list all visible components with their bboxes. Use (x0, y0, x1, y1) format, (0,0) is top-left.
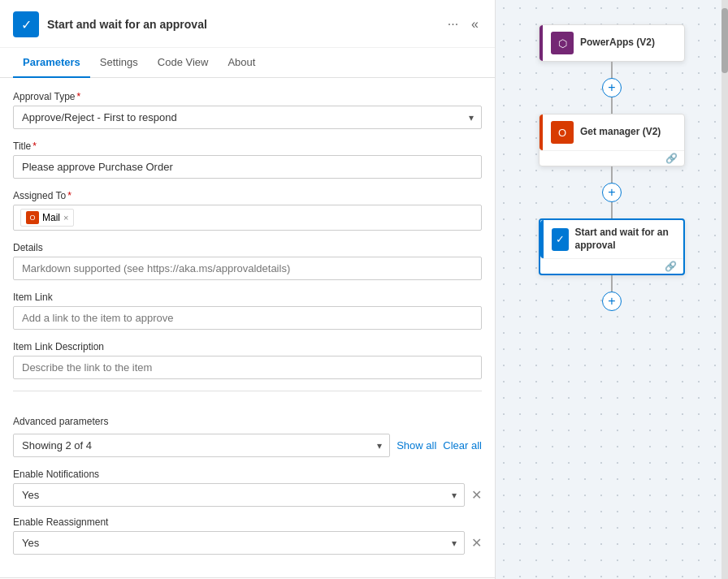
showing-select-wrapper: Showing 2 of 4 ▾ (13, 434, 390, 457)
tab-settings[interactable]: Settings (90, 48, 148, 78)
mail-tag: O Mail × (20, 209, 74, 227)
remove-reassignment-button[interactable]: ✕ (471, 535, 482, 551)
left-panel: ✓ Start and wait for an approval ··· « P… (0, 0, 496, 579)
approval-title: Start and wait for an approval (575, 227, 676, 252)
node-bar (540, 115, 543, 150)
approval-icon: ✓ (552, 228, 569, 251)
add-step-button-1[interactable]: + (602, 78, 622, 97)
item-link-desc-input[interactable] (13, 356, 482, 379)
approval-type-label: Approval Type * (13, 91, 482, 102)
powerapps-title: PowerApps (V2) (580, 37, 655, 50)
enable-reassignment-row: Enable Reassignment Yes No ▾ ✕ (13, 516, 482, 555)
title-group: Title * (13, 140, 482, 179)
advanced-section-label: Advanced parameters (13, 416, 482, 427)
right-panel: ⬡ PowerApps (V2) + O Get manager (V2) (496, 0, 728, 579)
required-marker: * (32, 140, 37, 152)
show-all-button[interactable]: Show all (396, 439, 436, 452)
tabs-bar: Parameters Settings Code View About (0, 48, 495, 78)
close-icon: ✕ (471, 487, 482, 503)
clear-all-button[interactable]: Clear all (443, 439, 482, 452)
header-left: ✓ Start and wait for an approval (13, 11, 207, 37)
panel-icon: ✓ (13, 11, 39, 37)
node-header: ⬡ PowerApps (V2) (540, 25, 684, 61)
required-marker: * (77, 91, 81, 102)
title-label: Title * (13, 140, 482, 152)
showing-select[interactable]: Showing 2 of 4 (13, 434, 390, 457)
required-marker: * (67, 190, 72, 201)
connector-line (611, 275, 613, 292)
details-input[interactable] (13, 257, 482, 280)
assigned-to-tag-input[interactable]: O Mail × (13, 205, 482, 231)
node-header: ✓ Start and wait for an approval (540, 220, 683, 258)
panel-header: ✓ Start and wait for an approval ··· « (0, 0, 495, 48)
enable-notifications-select-wrapper: Yes No ▾ (13, 483, 465, 507)
approval-type-select[interactable]: Approve/Reject - First to respond Approv… (13, 106, 482, 129)
enable-reassignment-select[interactable]: Yes No (13, 531, 465, 555)
flow-canvas: ⬡ PowerApps (V2) + O Get manager (V2) (496, 0, 728, 579)
powerapps-icon: ⬡ (551, 32, 574, 54)
form-body: Approval Type * Approve/Reject - First t… (0, 78, 495, 416)
panel-title: Start and wait for an approval (47, 18, 207, 31)
connector-2: + (602, 166, 622, 218)
powerapps-card[interactable]: ⬡ PowerApps (V2) (539, 24, 685, 62)
chevron-left-icon: « (471, 17, 479, 32)
approval-type-group: Approval Type * Approve/Reject - First t… (13, 91, 482, 129)
enable-notifications-select[interactable]: Yes No (13, 483, 465, 507)
get-manager-node: O Get manager (V2) 🔗 (539, 114, 685, 166)
collapse-button[interactable]: « (468, 15, 482, 33)
tag-label: Mail (42, 212, 60, 223)
assigned-to-group: Assigned To * O Mail × (13, 190, 482, 231)
office-icon: O (551, 121, 574, 144)
divider (13, 391, 482, 391)
remove-notifications-button[interactable]: ✕ (471, 487, 482, 503)
link-icon: 🔗 (665, 153, 678, 164)
tab-parameters[interactable]: Parameters (13, 48, 90, 78)
node-footer: 🔗 (540, 258, 683, 274)
add-step-button-2[interactable]: + (602, 183, 622, 202)
assigned-to-label: Assigned To * (13, 190, 482, 201)
approval-type-select-wrapper: Approve/Reject - First to respond Approv… (13, 106, 482, 129)
connector-line (611, 166, 613, 183)
get-manager-card[interactable]: O Get manager (V2) 🔗 (539, 114, 685, 166)
advanced-controls: Showing 2 of 4 ▾ Show all Clear all (13, 434, 482, 457)
ellipsis-icon: ··· (448, 17, 458, 32)
enable-reassignment-label: Enable Reassignment (13, 516, 482, 528)
item-link-input[interactable] (13, 306, 482, 330)
connector-3: + (602, 275, 622, 311)
office-icon: O (26, 211, 39, 224)
enable-notifications-row: Enable Notifications Yes No ▾ ✕ (13, 469, 482, 507)
details-group: Details (13, 242, 482, 280)
enable-notifications-inner: Yes No ▾ ✕ (13, 483, 482, 507)
enable-reassignment-select-wrapper: Yes No ▾ (13, 531, 465, 555)
details-label: Details (13, 242, 482, 253)
connector-line (611, 62, 613, 78)
node-bar (540, 25, 543, 61)
connector-line (611, 202, 613, 218)
header-actions: ··· « (444, 15, 482, 33)
approval-node: ✓ Start and wait for an approval 🔗 (539, 218, 685, 275)
enable-notifications-label: Enable Notifications (13, 469, 482, 480)
node-header: O Get manager (V2) (540, 115, 684, 150)
close-icon: ✕ (471, 535, 482, 551)
tag-remove-button[interactable]: × (63, 214, 68, 223)
item-link-label: Item Link (13, 292, 482, 303)
powerapps-node: ⬡ PowerApps (V2) (539, 24, 685, 62)
enable-reassignment-inner: Yes No ▾ ✕ (13, 531, 482, 555)
item-link-desc-group: Item Link Description (13, 341, 482, 379)
node-bar (540, 220, 544, 258)
get-manager-title: Get manager (V2) (580, 126, 661, 139)
link-icon: 🔗 (665, 261, 677, 272)
item-link-desc-label: Item Link Description (13, 341, 482, 352)
title-input[interactable] (13, 155, 482, 179)
tab-code-view[interactable]: Code View (148, 48, 219, 78)
advanced-section: Advanced parameters Showing 2 of 4 ▾ Sho… (0, 416, 495, 577)
node-footer: 🔗 (540, 150, 684, 166)
add-step-button-3[interactable]: + (602, 292, 622, 311)
connector-line (611, 97, 613, 114)
tab-about[interactable]: About (218, 48, 265, 78)
item-link-group: Item Link (13, 292, 482, 330)
approval-card[interactable]: ✓ Start and wait for an approval 🔗 (539, 218, 685, 275)
more-options-button[interactable]: ··· (444, 15, 462, 33)
connector-1: + (602, 62, 622, 114)
